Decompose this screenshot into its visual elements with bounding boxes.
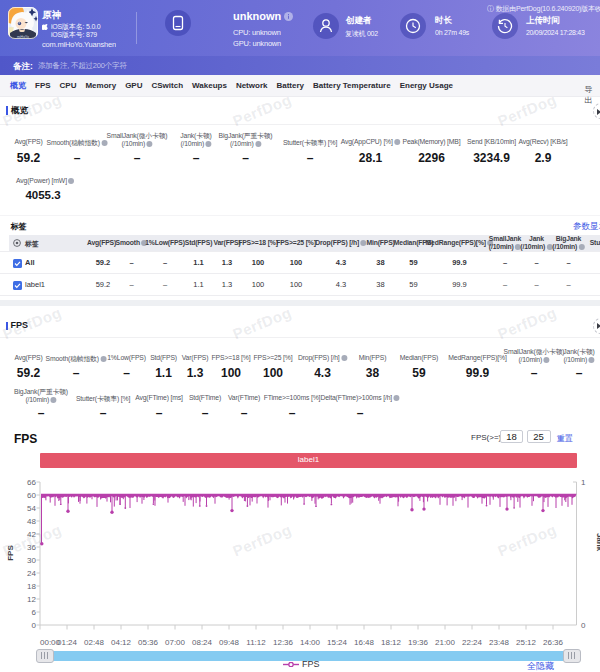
svg-text:12:36: 12:36 xyxy=(273,638,294,647)
svg-text:11:12: 11:12 xyxy=(246,638,266,647)
svg-text:30: 30 xyxy=(27,556,36,565)
svg-text:25:12: 25:12 xyxy=(516,638,537,647)
svg-text:Jank: Jank xyxy=(595,533,600,552)
svg-text:12: 12 xyxy=(27,595,36,604)
svg-text:21:00: 21:00 xyxy=(435,638,456,647)
svg-text:48: 48 xyxy=(27,517,36,526)
svg-text:05:36: 05:36 xyxy=(138,638,159,647)
svg-text:60: 60 xyxy=(27,491,36,500)
svg-text:14:00: 14:00 xyxy=(300,638,321,647)
svg-text:miHoYo: miHoYo xyxy=(17,35,29,39)
svg-text:18:12: 18:12 xyxy=(381,638,402,647)
svg-text:16:48: 16:48 xyxy=(354,638,375,647)
svg-text:22:24: 22:24 xyxy=(462,638,483,647)
svg-text:09:48: 09:48 xyxy=(219,638,240,647)
svg-text:24: 24 xyxy=(27,569,36,578)
svg-text:54: 54 xyxy=(27,504,36,513)
svg-text:08:24: 08:24 xyxy=(192,638,213,647)
svg-text:01:24: 01:24 xyxy=(57,638,78,647)
svg-text:04:12: 04:12 xyxy=(111,638,132,647)
svg-text:18: 18 xyxy=(27,582,36,591)
svg-text:19:36: 19:36 xyxy=(408,638,429,647)
svg-text:0: 0 xyxy=(32,621,37,630)
svg-text:23:48: 23:48 xyxy=(489,638,510,647)
svg-text:1: 1 xyxy=(581,478,586,487)
svg-text:02:48: 02:48 xyxy=(84,638,105,647)
svg-text:6: 6 xyxy=(32,608,37,617)
svg-text:15:24: 15:24 xyxy=(327,638,348,647)
svg-text:26:36: 26:36 xyxy=(543,638,564,647)
svg-text:0: 0 xyxy=(581,621,586,630)
svg-text:07:00: 07:00 xyxy=(165,638,186,647)
svg-text:66: 66 xyxy=(27,478,36,487)
